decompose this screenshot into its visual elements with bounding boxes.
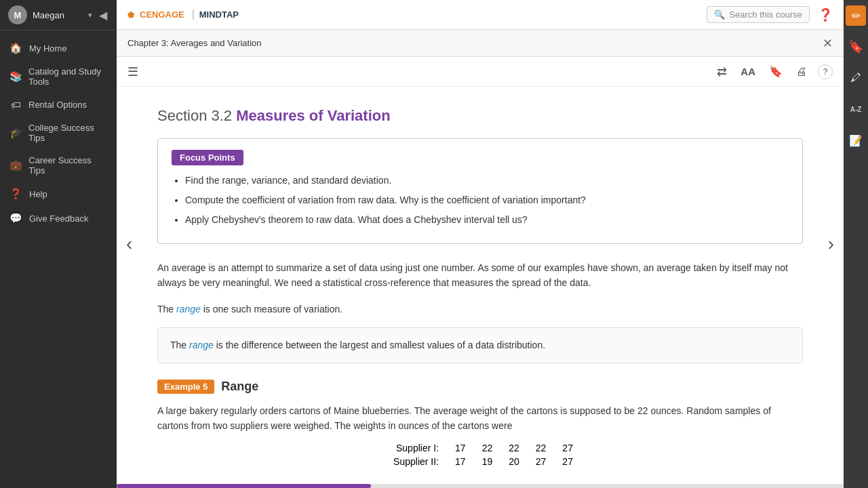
cengage-logo-text: CENGAGE <box>140 9 184 20</box>
avatar: M <box>8 5 27 24</box>
topbar-right: 🔍 Search this course ❓ <box>707 6 833 23</box>
focus-points-box: Focus Points Find the range, variance, a… <box>157 138 803 244</box>
sidebar-item-label: My Home <box>29 43 67 54</box>
definition-box: The range is the difference between the … <box>157 327 803 363</box>
prev-page-button[interactable]: ‹ <box>119 226 139 262</box>
career-icon: 💼 <box>9 159 22 171</box>
chapter-title: Chapter 3: Averages and Variation <box>127 38 262 48</box>
table-cell: 20 <box>500 455 528 468</box>
supplier-1-label: Supplier I: <box>379 441 447 455</box>
body-paragraph-2: The range is one such measure of variati… <box>157 302 803 317</box>
bookmark-button[interactable]: 🔖 <box>766 62 785 81</box>
example-title: Range <box>221 380 258 394</box>
main-content-area: ⬟ CENGAGE MINDTAP 🔍 Search this course ❓… <box>117 0 844 488</box>
table-cell: 27 <box>528 455 555 468</box>
right-toolbar: ✏ 🔖 🖍 A-Z 📝 <box>844 0 868 488</box>
search-icon: 🔍 <box>714 9 725 20</box>
sidebar-item-college-success-tips[interactable]: 🎓 College Success Tips <box>0 117 117 149</box>
mindtap-logo-text: MINDTAP <box>193 9 239 20</box>
help-icon: ❓ <box>9 188 22 200</box>
section-number: Section 3.2 <box>157 107 232 124</box>
focus-point-item: Apply Chebyshev's theorem to raw data. W… <box>185 213 789 227</box>
sidebar-item-label: Help <box>29 189 47 199</box>
example-body-paragraph: A large bakery regularly orders cartons … <box>157 403 803 434</box>
bookmark-tool-button[interactable]: 🔖 <box>846 37 866 57</box>
section-heading: Section 3.2 Measures of Variation <box>157 107 803 125</box>
supplier-table: Supplier I: 17 22 22 22 27 Supplier II: … <box>379 441 581 468</box>
sync-icon-button[interactable]: ⇄ <box>714 62 730 82</box>
chapter-bar: Chapter 3: Averages and Variation ✕ <box>117 30 844 57</box>
example-header: Example 5 Range <box>157 380 803 394</box>
body-paragraph-1: An average is an attempt to summarize a … <box>157 260 803 291</box>
table-cell: 22 <box>474 441 501 455</box>
range-italic-text: range <box>176 304 201 314</box>
pencil-tool-button[interactable]: ✏ <box>846 5 866 26</box>
table-cell: 27 <box>554 441 581 455</box>
sidebar-item-rental-options[interactable]: 🏷 Rental Options <box>0 93 117 117</box>
supplier-2-label: Supplier II: <box>379 455 447 468</box>
sidebar-header: M Maegan ▾ ◀ <box>0 0 117 30</box>
sidebar-item-career-success-tips[interactable]: 💼 Career Success Tips <box>0 149 117 182</box>
focus-point-item: Find the range, variance, and standard d… <box>185 174 789 188</box>
range-link[interactable]: range <box>189 340 214 350</box>
content-toolbar-right: ⇄ AA 🔖 🖨 ? <box>714 62 833 82</box>
sidebar-item-label: Give Feedback <box>29 214 88 224</box>
sidebar-item-help[interactable]: ❓ Help <box>0 182 117 206</box>
table-cell: 17 <box>447 455 474 468</box>
sidebar-item-give-feedback[interactable]: 💬 Give Feedback <box>0 206 117 230</box>
search-placeholder-text: Search this course <box>729 9 802 20</box>
table-cell: 19 <box>474 455 501 468</box>
cengage-logo-icon: ⬟ <box>127 10 134 20</box>
az-tool-button[interactable]: A-Z <box>846 99 866 119</box>
chapter-close-button[interactable]: ✕ <box>823 36 833 51</box>
topbar-help-button[interactable]: ❓ <box>818 7 833 22</box>
table-cell: 22 <box>500 441 528 455</box>
sidebar-item-label: Rental Options <box>28 100 87 110</box>
example-5-box: Example 5 Range A large bakery regularly… <box>157 380 803 469</box>
search-box[interactable]: 🔍 Search this course <box>707 6 810 23</box>
college-icon: 🎓 <box>9 127 22 139</box>
font-size-button[interactable]: AA <box>738 63 758 80</box>
table-row: Supplier I: 17 22 22 22 27 <box>379 441 581 455</box>
feedback-icon: 💬 <box>9 212 22 224</box>
print-button[interactable]: 🖨 <box>793 63 810 81</box>
home-icon: 🏠 <box>9 42 22 54</box>
rental-icon: 🏷 <box>9 99 22 110</box>
catalog-icon: 📚 <box>9 70 22 83</box>
sidebar-username: Maegan <box>33 10 83 20</box>
notes-tool-button[interactable]: 📝 <box>846 130 866 150</box>
table-cell: 27 <box>554 455 581 468</box>
logo-area: ⬟ CENGAGE MINDTAP <box>127 9 239 20</box>
table-cell: 17 <box>447 441 474 455</box>
sidebar-item-label: College Success Tips <box>28 123 107 143</box>
example-badge: Example 5 <box>157 380 214 394</box>
sidebar-item-label: Career Success Tips <box>28 155 107 176</box>
help-content-button[interactable]: ? <box>818 64 833 79</box>
sidebar-item-my-home[interactable]: 🏠 My Home <box>0 36 117 60</box>
topbar: ⬟ CENGAGE MINDTAP 🔍 Search this course ❓ <box>117 0 844 30</box>
focus-point-item: Compute the coefficient of variation fro… <box>185 193 789 207</box>
reading-content: Section 3.2 Measures of Variation Focus … <box>117 87 844 484</box>
sidebar-item-catalog-study-tools[interactable]: 📚 Catalog and Study Tools <box>0 60 117 93</box>
chevron-down-icon: ▾ <box>88 11 92 20</box>
definition-text-1: The <box>170 340 189 350</box>
table-cell: 22 <box>528 441 555 455</box>
sidebar-item-label: Catalog and Study Tools <box>28 66 107 87</box>
content-toolbar-left: ☰ <box>127 64 138 79</box>
toc-button[interactable]: ☰ <box>127 64 138 79</box>
table-row: Supplier II: 17 19 20 27 27 <box>379 455 581 468</box>
next-page-button[interactable]: › <box>821 226 841 262</box>
scroll-progress-bar <box>117 484 844 488</box>
scroll-fill <box>117 484 371 488</box>
sidebar-nav: 🏠 My Home 📚 Catalog and Study Tools 🏷 Re… <box>0 30 117 488</box>
focus-points-badge: Focus Points <box>172 150 243 165</box>
sidebar-collapse-button[interactable]: ◀ <box>98 7 108 23</box>
section-name: Measures of Variation <box>236 107 390 124</box>
highlight-tool-button[interactable]: 🖍 <box>846 68 866 88</box>
definition-text-2: is the difference between the largest an… <box>214 340 545 350</box>
sidebar: M Maegan ▾ ◀ 🏠 My Home 📚 Catalog and Stu… <box>0 0 117 488</box>
focus-points-list: Find the range, variance, and standard d… <box>172 174 789 227</box>
content-toolbar: ☰ ⇄ AA 🔖 🖨 ? <box>117 57 844 87</box>
